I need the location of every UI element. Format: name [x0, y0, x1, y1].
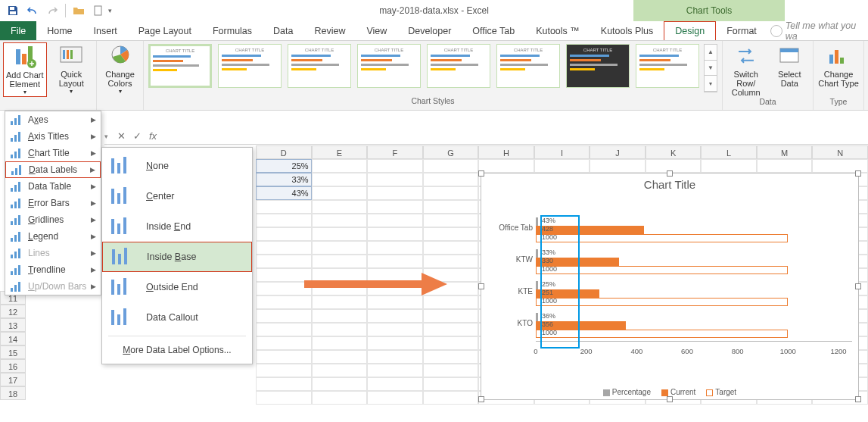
menu-item-gridlines[interactable]: Gridlines▶	[5, 211, 101, 228]
tab-file[interactable]: File	[0, 21, 36, 40]
chart-style-scroll[interactable]: ▲▼▾	[704, 44, 717, 92]
resize-handle[interactable]	[478, 283, 484, 289]
menu-item-legend[interactable]: Legend▶	[5, 228, 101, 245]
chart-style-thumb-7[interactable]: CHART TITLE	[566, 44, 630, 88]
submenu-item-inside-end[interactable]: Inside End	[102, 211, 252, 242]
chart-style-thumb-2[interactable]: CHART TITLE	[218, 44, 282, 88]
submenu-item-center[interactable]: Center	[102, 181, 252, 211]
cell[interactable]	[367, 227, 423, 241]
cell[interactable]	[367, 391, 423, 405]
tab-kutools[interactable]: Kutools ™	[525, 21, 590, 40]
cell[interactable]	[423, 350, 479, 364]
cell[interactable]	[367, 214, 423, 227]
cell[interactable]	[423, 391, 479, 405]
new-button[interactable]	[90, 2, 107, 19]
cell[interactable]	[256, 255, 312, 268]
cell[interactable]	[367, 350, 423, 364]
tab-formulas[interactable]: Formulas	[202, 21, 263, 40]
more-data-label-options[interactable]: More Data Label Options...	[102, 339, 252, 361]
scroll-down-icon[interactable]: ▼	[705, 61, 717, 77]
cell[interactable]	[423, 227, 479, 241]
cell[interactable]	[367, 377, 423, 391]
chart-title[interactable]: Chart Title	[481, 178, 858, 191]
column-header-H[interactable]: H	[478, 145, 534, 159]
cell[interactable]	[312, 377, 368, 391]
menu-item-chart-title[interactable]: Chart Title▶	[5, 145, 101, 161]
cell[interactable]	[256, 377, 312, 391]
tab-page-layout[interactable]: Page Layout	[128, 21, 202, 40]
cell[interactable]	[312, 255, 368, 268]
column-header-K[interactable]: K	[646, 145, 702, 159]
cell[interactable]	[423, 241, 479, 255]
redo-button[interactable]	[44, 2, 61, 19]
cell[interactable]	[757, 159, 813, 173]
cell[interactable]	[367, 186, 423, 200]
cell[interactable]	[646, 159, 702, 173]
cell[interactable]: 25%	[256, 159, 312, 173]
change-colors-button[interactable]: Change Colors ▾	[100, 42, 140, 97]
cell[interactable]	[423, 255, 479, 268]
cell[interactable]	[367, 295, 423, 309]
submenu-item-none[interactable]: None	[102, 151, 252, 181]
row-header-16[interactable]: 16	[0, 359, 26, 373]
chart-style-thumb-3[interactable]: CHART TITLE	[288, 44, 351, 88]
chart-style-thumb-6[interactable]: CHART TITLE	[496, 44, 560, 88]
column-header-M[interactable]: M	[757, 145, 813, 159]
legend-entry[interactable]: Percentage	[603, 388, 651, 396]
chart-legend[interactable]: PercentageCurrentTarget	[481, 388, 858, 396]
chart-style-thumb-8[interactable]: CHART TITLE	[636, 44, 699, 88]
cell[interactable]	[312, 350, 368, 364]
resize-handle[interactable]	[855, 170, 861, 177]
submenu-item-inside-base[interactable]: Inside Base	[102, 242, 252, 272]
cell[interactable]	[312, 227, 368, 241]
tab-design[interactable]: Design	[664, 21, 716, 40]
cell[interactable]	[478, 159, 534, 173]
cell[interactable]	[423, 377, 479, 391]
cancel-formula-icon[interactable]: ✕	[117, 130, 126, 142]
row-header-14[interactable]: 14	[0, 332, 26, 345]
cell[interactable]	[312, 200, 368, 214]
cell[interactable]	[256, 309, 312, 323]
cell[interactable]	[367, 255, 423, 268]
save-button[interactable]	[5, 2, 21, 19]
cell[interactable]	[701, 159, 757, 173]
cell[interactable]	[256, 295, 312, 309]
cell[interactable]	[256, 282, 312, 295]
row-header-13[interactable]: 13	[0, 318, 26, 332]
column-header-J[interactable]: J	[590, 145, 646, 159]
expand-gallery-icon[interactable]: ▾	[705, 76, 717, 92]
menu-item-error-bars[interactable]: Error Bars▶	[5, 195, 101, 211]
bar-target[interactable]	[536, 234, 788, 242]
cell[interactable]	[256, 268, 312, 282]
menu-item-trendline[interactable]: Trendline▶	[5, 261, 101, 278]
cell[interactable]	[423, 214, 479, 227]
undo-button[interactable]	[24, 2, 41, 19]
resize-handle[interactable]	[667, 170, 673, 177]
column-header-D[interactable]: D	[256, 145, 312, 159]
fx-icon[interactable]: fx	[149, 130, 157, 142]
cell[interactable]	[312, 295, 368, 309]
tab-view[interactable]: View	[356, 21, 397, 40]
cell[interactable]	[423, 323, 479, 336]
cell[interactable]	[367, 173, 423, 186]
column-header-F[interactable]: F	[367, 145, 423, 159]
cell[interactable]	[367, 241, 423, 255]
menu-item-data-table[interactable]: Data Table▶	[5, 178, 101, 195]
cell[interactable]	[423, 364, 479, 377]
enter-formula-icon[interactable]: ✓	[133, 130, 142, 142]
row-header-17[interactable]: 17	[0, 373, 26, 386]
cell[interactable]	[423, 173, 479, 186]
select-data-button[interactable]: Select Data	[770, 42, 810, 97]
column-header-I[interactable]: I	[534, 145, 590, 159]
resize-handle[interactable]	[478, 396, 484, 402]
cell[interactable]	[256, 364, 312, 377]
row-header-12[interactable]: 12	[0, 305, 26, 318]
cell[interactable]	[256, 227, 312, 241]
cell[interactable]	[423, 309, 479, 323]
column-header-N[interactable]: N	[812, 145, 868, 159]
cell[interactable]	[256, 214, 312, 227]
chart-style-thumb-1[interactable]: CHART TITLE	[148, 44, 212, 88]
qat-dropdown-icon[interactable]: ▾	[108, 7, 112, 14]
tab-home[interactable]: Home	[36, 21, 82, 40]
cell[interactable]	[256, 391, 312, 405]
